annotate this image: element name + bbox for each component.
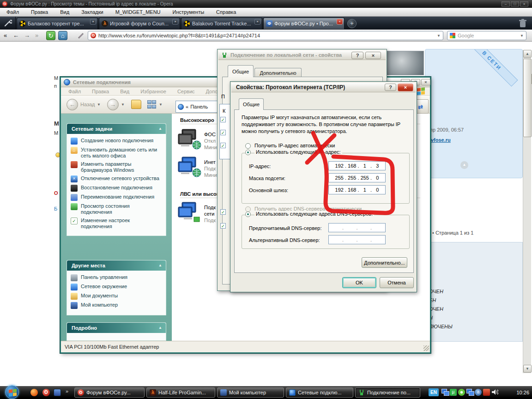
home-button[interactable]: ⌂ <box>58 31 67 40</box>
ip-address-field[interactable]: 192 . 168 . 1 . 3 <box>328 161 386 170</box>
forward-dropdown-icon[interactable]: ▼ <box>121 103 125 107</box>
option-checkbox[interactable]: ✓ <box>220 209 226 215</box>
connection-item[interactable]: ФОС Откл Мини <box>204 131 217 151</box>
cancel-button[interactable]: Отмена <box>380 277 414 288</box>
task-rename[interactable]: Переименование подключения <box>71 194 163 201</box>
collapse-icon[interactable]: ▲ <box>158 124 162 134</box>
other-places-header[interactable]: Другие места ▲ <box>67 260 166 271</box>
connection-item[interactable]: Подк сети Подк <box>204 204 216 224</box>
scroll-up-icon[interactable]: ▲ <box>523 50 532 58</box>
collapse-icon[interactable]: ▲ <box>158 323 162 333</box>
panels-toggle-button[interactable] <box>0 17 16 30</box>
tcpip-close-button[interactable]: × <box>398 84 413 91</box>
icq-flower-icon[interactable] <box>458 389 465 396</box>
connection-icon-connected[interactable] <box>177 156 202 177</box>
nw-menu-file[interactable]: Файл <box>68 89 81 94</box>
antivirus-shield-icon[interactable] <box>483 389 490 396</box>
task-home-network[interactable]: ⌂ Установить домашнюю сеть или сеть мало… <box>71 147 163 159</box>
collapse-icon[interactable]: ▲ <box>158 260 162 271</box>
subnet-mask-field[interactable]: 255 . 255 . 255 . 0 <box>328 173 386 182</box>
ok-button[interactable]: OK <box>342 277 376 288</box>
component-checkbox[interactable]: ✓ <box>220 117 226 122</box>
close-button[interactable]: × <box>520 1 528 6</box>
back-circle-button[interactable]: ← <box>66 99 78 110</box>
url-dropdown-icon[interactable]: ▼ <box>437 34 441 38</box>
lan-close-button[interactable]: × <box>365 52 381 59</box>
tcpip-tab-general[interactable]: Общие <box>239 98 264 110</box>
tray-network-icon[interactable] <box>441 389 448 396</box>
taskbar-button-forum[interactable]: O Форум вФОСе.ру... <box>74 387 145 398</box>
menu-view[interactable]: Вид <box>60 9 69 15</box>
folder-up-icon[interactable] <box>131 100 141 109</box>
task-disable-device[interactable]: × Отключение сетевого устройства <box>71 175 163 182</box>
tab-close-icon[interactable]: × <box>254 19 260 24</box>
scrollbar-thumb[interactable] <box>523 59 532 137</box>
connection-item[interactable]: Инет Подк Мини <box>204 159 217 178</box>
place-network-neighborhood[interactable]: Сетевое окружение <box>71 284 163 290</box>
resize-grip[interactable] <box>423 345 429 351</box>
task-new-connection[interactable]: Создание нового подключения <box>71 138 163 145</box>
lan-connection-icon[interactable] <box>177 201 202 223</box>
site-link[interactable]: vfose.ru <box>431 137 451 143</box>
taskbar-button-lan-connection[interactable]: Подключение по... <box>355 387 420 398</box>
back-to-top-icon[interactable]: ▲ <box>460 161 468 169</box>
task-change-settings[interactable]: ✓ Изменение настроек подключения <box>71 218 163 230</box>
menu-widgets[interactable]: M_WIDGET_MENU <box>115 9 161 15</box>
menu-bookmarks[interactable]: Закладки <box>81 9 103 15</box>
place-my-computer[interactable]: Мой компьютер <box>71 302 163 309</box>
menu-file[interactable]: Файл <box>6 9 19 15</box>
trash-icon[interactable] <box>519 19 526 28</box>
tab-close-icon[interactable]: × <box>90 19 96 24</box>
back-dropdown-icon[interactable]: ▼ <box>97 103 101 107</box>
alternate-dns-field[interactable]: . . . <box>328 235 386 244</box>
search-field[interactable]: Google ▼ <box>447 31 526 40</box>
component-checkbox[interactable]: ✓ <box>220 130 226 135</box>
nw-menu-view[interactable]: Вид <box>120 89 129 94</box>
tab[interactable]: λ Игровой форум о Coun... × <box>99 18 180 29</box>
views-icon[interactable] <box>147 100 157 109</box>
nw-close-button[interactable]: × <box>421 79 430 85</box>
lan-help-button[interactable]: ? <box>351 52 363 59</box>
preferred-dns-field[interactable]: . . . <box>328 223 386 232</box>
component-checkbox[interactable]: ✓ <box>220 143 226 148</box>
tab-close-icon[interactable]: × <box>337 19 343 24</box>
taskbar-button-network[interactable]: Сетевые подклю... <box>286 387 353 398</box>
tab-close-icon[interactable]: × <box>172 19 178 24</box>
minimize-button[interactable]: – <box>502 1 510 6</box>
reload-button[interactable]: ↻ <box>46 31 55 40</box>
forward-button[interactable]: → <box>24 31 30 40</box>
details-header[interactable]: Подробно ▲ <box>67 323 166 333</box>
task-firewall[interactable]: Изменить параметры брандмауэра Windows <box>71 161 163 173</box>
forward-circle-button[interactable]: → <box>107 99 119 110</box>
views-dropdown-icon[interactable]: ▼ <box>159 103 163 107</box>
nw-menu-edit[interactable]: Правка <box>92 89 109 94</box>
opera-quicklaunch-icon[interactable]: O <box>42 389 50 396</box>
folder-address-box[interactable]: « Панель <box>175 101 218 113</box>
volume-icon[interactable] <box>491 389 498 396</box>
tray-network-icon[interactable] <box>466 389 473 396</box>
start-button[interactable] <box>5 385 19 399</box>
lan-tab-general[interactable]: Общие <box>228 65 254 77</box>
gateway-field[interactable]: 192 . 168 . 1 . 0 <box>328 185 386 194</box>
advanced-button[interactable]: Дополнительно... <box>362 257 407 268</box>
language-indicator[interactable]: EN <box>429 388 439 396</box>
menu-edit[interactable]: Правка <box>31 9 48 15</box>
option-checkbox[interactable]: ✓ <box>220 223 226 229</box>
menu-help[interactable]: Справка <box>216 9 236 15</box>
nw-menu-service[interactable]: Сервис <box>177 89 195 94</box>
tcpip-help-button[interactable]: ? <box>385 84 396 91</box>
page-scrollbar[interactable]: ▲ ▼ <box>523 50 531 373</box>
lan-tab-advanced[interactable]: Дополнительно <box>254 68 302 77</box>
menu-tools[interactable]: Инструменты <box>173 9 205 15</box>
tab[interactable]: Balakovo Torrent Tracke... × <box>181 18 262 29</box>
maximize-button[interactable]: □ <box>511 1 519 6</box>
task-view-status[interactable]: Просмотр состояния подключения <box>71 203 163 215</box>
quicklaunch-overflow-icon[interactable]: » <box>66 388 68 394</box>
url-field[interactable]: O http://www.vfose.ru/forum/viewtopic.ph… <box>88 31 443 40</box>
taskbar-button-halflife[interactable]: λ Half-Life ProGamin... <box>146 387 215 398</box>
utorrent-icon[interactable]: µ <box>450 389 457 396</box>
place-control-panel[interactable]: Панель управления <box>71 274 163 281</box>
scroll-down-icon[interactable]: ▼ <box>523 365 532 373</box>
fast-forward-button[interactable]: » <box>35 31 38 40</box>
firefox-quicklaunch-icon[interactable] <box>30 389 38 396</box>
